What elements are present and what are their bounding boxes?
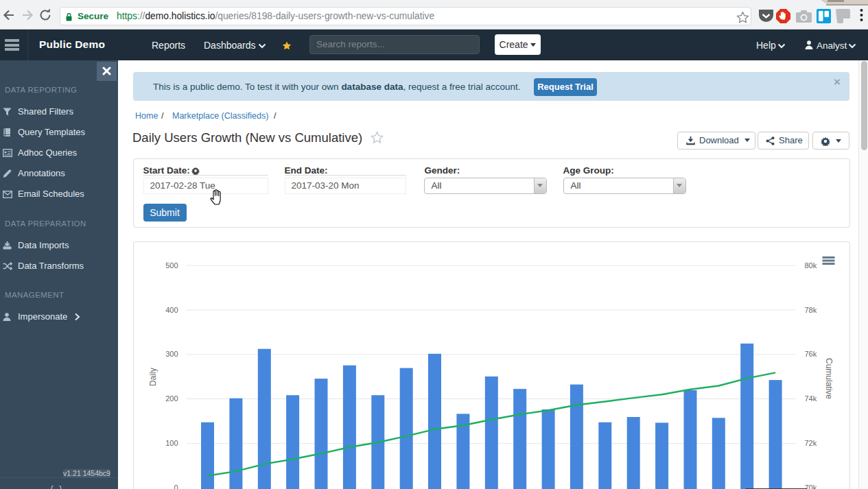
svg-text:72k: 72k bbox=[804, 439, 817, 447]
svg-text:400: 400 bbox=[165, 306, 178, 314]
svg-text:70k: 70k bbox=[804, 484, 817, 489]
svg-text:300: 300 bbox=[165, 350, 178, 358]
svg-text:74k: 74k bbox=[804, 394, 817, 403]
svg-text:Daily: Daily bbox=[148, 368, 158, 386]
svg-text:500: 500 bbox=[165, 261, 178, 270]
svg-text:78k: 78k bbox=[804, 306, 817, 314]
svg-text:Cumulative: Cumulative bbox=[823, 358, 833, 399]
svg-text:80k: 80k bbox=[804, 261, 817, 270]
svg-text:200: 200 bbox=[165, 394, 178, 403]
svg-text:76k: 76k bbox=[804, 350, 817, 358]
svg-text:100: 100 bbox=[165, 439, 178, 447]
svg-text:0: 0 bbox=[174, 484, 178, 489]
